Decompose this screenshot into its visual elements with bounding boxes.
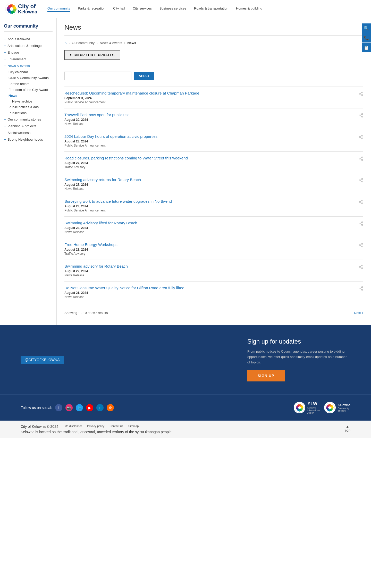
svg-point-13	[361, 95, 363, 96]
sidebar-item-social-wellness[interactable]: Social wellness	[4, 129, 53, 136]
news-item-title[interactable]: Free Home Energy Workshops!	[64, 242, 355, 247]
sidebar-label-strong-neighbourhoods: Strong Neighbourhoods	[7, 138, 43, 141]
share-icon[interactable]	[359, 156, 363, 162]
header: City of Kelowna Our communityParks & rec…	[0, 0, 371, 18]
sidebar-sub-publications[interactable]: Publications	[9, 110, 53, 116]
news-item-title[interactable]: Truswell Park now open for public use	[64, 113, 355, 117]
share-icon[interactable]	[359, 113, 363, 119]
share-icon[interactable]	[359, 135, 363, 140]
share-icon[interactable]	[359, 178, 363, 184]
rss-icon[interactable]: ⚙	[107, 404, 114, 411]
news-item: Truswell Park now open for public use Au…	[64, 108, 363, 130]
share-icon[interactable]	[359, 91, 363, 97]
sidebar-item-environment[interactable]: Environment	[4, 56, 53, 62]
ylw-logo-area: YLW KelownaInternationalAirport	[294, 401, 320, 414]
sidebar-item-strong-neighbourhoods[interactable]: Strong Neighbourhoods	[4, 136, 53, 143]
nav-item-parks-recreation[interactable]: Parks & recreation	[78, 6, 105, 12]
sidebar-item-news-events[interactable]: News & events	[4, 62, 53, 69]
home-icon[interactable]: ⌂	[64, 41, 66, 45]
instagram-icon[interactable]: 📷	[65, 404, 73, 411]
news-item-title[interactable]: 2024 Labour Day hours of operation at ci…	[64, 134, 355, 139]
back-to-top-button[interactable]: ▲ TOP	[345, 424, 350, 432]
sidebar-item-engage[interactable]: Engage	[4, 49, 53, 56]
youtube-icon[interactable]: ▶	[86, 404, 93, 411]
cta-signup-button[interactable]: SIGN UP	[247, 370, 285, 381]
social-footer: Follow us on social: f 📷 🐦 ▶ in ⚙	[0, 394, 371, 421]
svg-point-56	[361, 287, 363, 288]
sidebar-label-environment: Environment	[7, 57, 26, 61]
news-item-content: Swimming advisory for Rotary Beach Augus…	[64, 264, 355, 277]
floating-buttons: 🔍 📞 📋	[362, 23, 371, 52]
sidebar-sub-for-record[interactable]: For the record	[9, 81, 53, 87]
facebook-icon[interactable]: f	[55, 404, 62, 411]
clipboard-float-button[interactable]: 📋	[362, 43, 371, 52]
sidebar-sub-public-notices[interactable]: Public notices & ads	[9, 104, 53, 110]
share-icon[interactable]	[359, 265, 363, 270]
svg-point-53	[361, 268, 363, 269]
kelowna-theatre-logo-area: Kelowna CommunityTheatre	[324, 402, 350, 413]
sidebar-item-about[interactable]: About Kelowna	[4, 36, 53, 42]
site-disclaimer-link[interactable]: Site disclaimer	[64, 424, 82, 429]
share-icon[interactable]	[359, 286, 363, 292]
sidebar-label-community-stories: Our community stories	[7, 117, 41, 121]
nav-item-roads-transportation[interactable]: Roads & transportation	[194, 6, 228, 12]
pagination-info: Showing 1 - 10 of 267 results	[64, 311, 108, 315]
news-item-title[interactable]: Do Not Consume Water Quality Notice for …	[64, 286, 355, 290]
nav-item-homes-building[interactable]: Homes & building	[236, 6, 262, 12]
twitter-icon[interactable]: 🐦	[76, 404, 83, 411]
share-icon[interactable]	[359, 243, 363, 249]
search-float-button[interactable]: 🔍	[362, 23, 371, 33]
bottom-footer-left: City of Kelowna © 2024 Site disclaimer P…	[21, 424, 173, 434]
svg-line-54	[360, 267, 361, 268]
nav-item-city-services[interactable]: City services	[133, 6, 152, 12]
news-item-title[interactable]: Surveying work to advance future water u…	[64, 199, 355, 203]
breadcrumb-news-events[interactable]: News & events	[100, 41, 122, 45]
news-item-title[interactable]: Road closures, parking restrictions comi…	[64, 156, 355, 160]
nav-item-city-hall[interactable]: City hall	[113, 6, 125, 12]
sidebar-title: Our community	[4, 23, 53, 32]
sidebar-sub-news-archive[interactable]: News archive	[12, 99, 53, 104]
svg-line-60	[360, 287, 361, 288]
sidebar-item-planning[interactable]: Planning & projects	[4, 123, 53, 129]
social-handle-button[interactable]: @CITYOFKELOWNA	[21, 356, 64, 364]
news-item-title[interactable]: Swimming Advisory lifted for Rotary Beac…	[64, 221, 355, 225]
bottom-links-row: City of Kelowna © 2024 Site disclaimer P…	[21, 424, 173, 429]
news-item-type: News Release	[64, 230, 355, 234]
contact-us-link[interactable]: Contact us	[109, 424, 123, 429]
breadcrumb-our-community[interactable]: Our community	[72, 41, 95, 45]
sidebar-item-arts[interactable]: Arts, culture & heritage	[4, 42, 53, 49]
footer-cta-left: @CITYOFKELOWNA	[21, 356, 64, 364]
share-icon[interactable]	[359, 200, 363, 205]
signup-eupdates-button[interactable]: SIGN UP FOR E-UPDATES	[64, 50, 120, 60]
news-item-title[interactable]: Swimming advisory returns for Rotary Bea…	[64, 177, 355, 182]
news-item-content: Swimming Advisory lifted for Rotary Beac…	[64, 221, 355, 234]
sidebar-sub-city-calendar[interactable]: City calendar	[9, 69, 53, 75]
svg-point-36	[361, 200, 363, 201]
breadcrumb-sep-3: ›	[124, 41, 125, 45]
logo[interactable]: City of Kelowna	[5, 3, 37, 15]
news-item-type: Traffic Advisory	[64, 165, 355, 169]
news-item-title[interactable]: Swimming advisory for Rotary Beach	[64, 264, 355, 268]
phone-float-button[interactable]: 📞	[362, 33, 371, 42]
theatre-logo[interactable]	[324, 402, 336, 413]
nav-item-our-community[interactable]: Our community	[47, 6, 70, 12]
ylw-text: YLW KelownaInternationalAirport	[307, 401, 320, 414]
filter-input[interactable]	[64, 72, 131, 80]
nav-item-business-services[interactable]: Business services	[159, 6, 186, 12]
footer-cta: @CITYOFKELOWNA Sign up for updates From …	[0, 325, 371, 394]
privacy-policy-link[interactable]: Privacy policy	[87, 424, 104, 429]
share-icon[interactable]	[359, 221, 363, 227]
sidebar-sub-freedom[interactable]: Freedom of the City Award	[9, 87, 53, 93]
sidebar-sub-civic-awards[interactable]: Civic & Community Awards	[9, 75, 53, 81]
breadcrumb-sep-1: ›	[69, 41, 70, 45]
sidebar-sub-news[interactable]: News	[9, 93, 53, 99]
linkedin-icon[interactable]: in	[96, 404, 104, 411]
sitemap-link[interactable]: Sitemap	[128, 424, 139, 429]
news-item-title[interactable]: Rescheduled: Upcoming temporary maintena…	[64, 91, 355, 95]
ylw-logo[interactable]	[294, 402, 305, 413]
pagination-next-button[interactable]: Next ›	[354, 311, 363, 315]
page-title: News	[64, 23, 363, 31]
apply-button[interactable]: APPLY	[134, 72, 154, 80]
news-item-content: Road closures, parking restrictions comi…	[64, 156, 355, 169]
sidebar-item-community-stories[interactable]: Our community stories	[4, 116, 53, 123]
